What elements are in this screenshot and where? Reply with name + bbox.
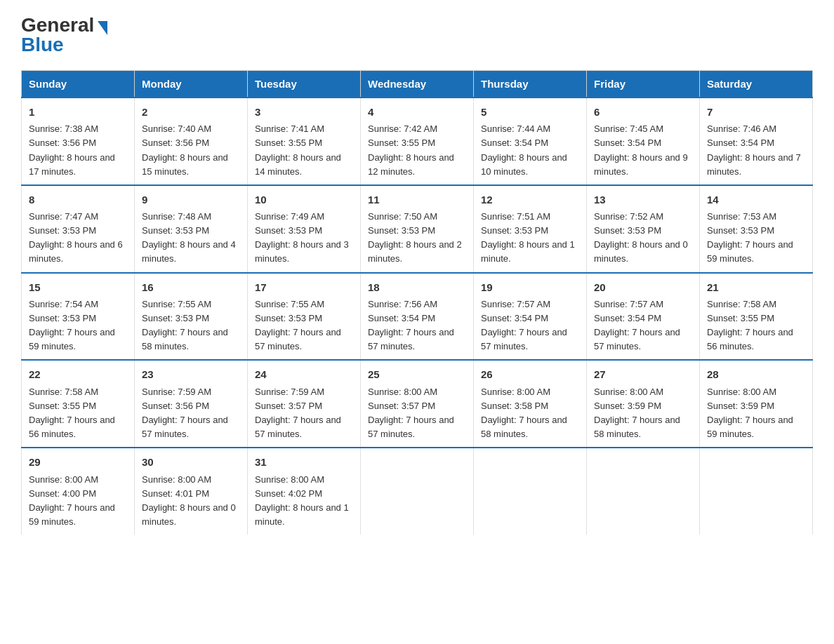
calendar-day-cell: 12Sunrise: 7:51 AMSunset: 3:53 PMDayligh… (474, 185, 587, 273)
weekday-header-row: SundayMondayTuesdayWednesdayThursdayFrid… (22, 71, 813, 98)
calendar-day-cell: 18Sunrise: 7:56 AMSunset: 3:54 PMDayligh… (361, 273, 474, 361)
day-info: Sunrise: 8:00 AMSunset: 3:59 PMDaylight:… (594, 387, 680, 439)
day-number: 16 (142, 279, 240, 295)
day-info: Sunrise: 7:44 AMSunset: 3:54 PMDaylight:… (481, 123, 567, 176)
day-info: Sunrise: 8:00 AMSunset: 3:58 PMDaylight:… (481, 387, 567, 439)
calendar-day-cell: 29Sunrise: 8:00 AMSunset: 4:00 PMDayligh… (22, 448, 135, 535)
day-number: 28 (707, 366, 805, 382)
day-number: 11 (368, 192, 466, 208)
day-info: Sunrise: 7:59 AMSunset: 3:56 PMDaylight:… (142, 387, 228, 439)
day-number: 5 (481, 104, 579, 120)
day-info: Sunrise: 7:52 AMSunset: 3:53 PMDaylight:… (594, 211, 688, 264)
calendar-day-cell: 6Sunrise: 7:45 AMSunset: 3:54 PMDaylight… (587, 98, 700, 185)
weekday-header-cell: Friday (587, 71, 700, 98)
calendar-day-cell: 24Sunrise: 7:59 AMSunset: 3:57 PMDayligh… (248, 360, 361, 448)
logo-blue-text: Blue (21, 34, 64, 56)
day-number: 19 (481, 279, 579, 295)
day-info: Sunrise: 7:41 AMSunset: 3:55 PMDaylight:… (255, 123, 341, 176)
day-number: 18 (368, 279, 466, 295)
day-info: Sunrise: 7:53 AMSunset: 3:53 PMDaylight:… (707, 211, 793, 264)
day-number: 15 (29, 279, 127, 295)
calendar-day-cell: 9Sunrise: 7:48 AMSunset: 3:53 PMDaylight… (135, 185, 248, 273)
day-number: 10 (255, 192, 353, 208)
day-info: Sunrise: 7:56 AMSunset: 3:54 PMDaylight:… (368, 299, 454, 351)
page-header: General Blue (21, 14, 813, 56)
calendar-day-cell: 20Sunrise: 7:57 AMSunset: 3:54 PMDayligh… (587, 273, 700, 361)
day-number: 29 (29, 454, 127, 470)
calendar-day-cell: 1Sunrise: 7:38 AMSunset: 3:56 PMDaylight… (22, 98, 135, 185)
calendar-day-cell: 16Sunrise: 7:55 AMSunset: 3:53 PMDayligh… (135, 273, 248, 361)
day-info: Sunrise: 7:38 AMSunset: 3:56 PMDaylight:… (29, 123, 115, 176)
calendar-table: SundayMondayTuesdayWednesdayThursdayFrid… (21, 70, 813, 535)
calendar-day-cell: 2Sunrise: 7:40 AMSunset: 3:56 PMDaylight… (135, 98, 248, 185)
day-info: Sunrise: 7:48 AMSunset: 3:53 PMDaylight:… (142, 211, 236, 264)
day-number: 14 (707, 192, 805, 208)
day-number: 31 (255, 454, 353, 470)
calendar-day-cell: 14Sunrise: 7:53 AMSunset: 3:53 PMDayligh… (700, 185, 813, 273)
calendar-week-row: 22Sunrise: 7:58 AMSunset: 3:55 PMDayligh… (22, 360, 813, 448)
calendar-day-cell: 13Sunrise: 7:52 AMSunset: 3:53 PMDayligh… (587, 185, 700, 273)
calendar-day-cell: 7Sunrise: 7:46 AMSunset: 3:54 PMDaylight… (700, 98, 813, 185)
logo-arrow-icon (98, 21, 107, 35)
day-info: Sunrise: 8:00 AMSunset: 4:01 PMDaylight:… (142, 474, 236, 527)
calendar-day-cell: 3Sunrise: 7:41 AMSunset: 3:55 PMDaylight… (248, 98, 361, 185)
day-info: Sunrise: 7:49 AMSunset: 3:53 PMDaylight:… (255, 211, 349, 264)
calendar-day-cell (361, 448, 474, 535)
calendar-body: 1Sunrise: 7:38 AMSunset: 3:56 PMDaylight… (22, 98, 813, 535)
calendar-day-cell: 21Sunrise: 7:58 AMSunset: 3:55 PMDayligh… (700, 273, 813, 361)
day-number: 4 (368, 104, 466, 120)
day-number: 7 (707, 104, 805, 120)
calendar-week-row: 8Sunrise: 7:47 AMSunset: 3:53 PMDaylight… (22, 185, 813, 273)
day-number: 13 (594, 192, 692, 208)
day-number: 20 (594, 279, 692, 295)
day-info: Sunrise: 7:58 AMSunset: 3:55 PMDaylight:… (29, 387, 115, 439)
day-info: Sunrise: 7:57 AMSunset: 3:54 PMDaylight:… (481, 299, 567, 351)
calendar-day-cell: 8Sunrise: 7:47 AMSunset: 3:53 PMDaylight… (22, 185, 135, 273)
day-number: 26 (481, 366, 579, 382)
day-info: Sunrise: 7:45 AMSunset: 3:54 PMDaylight:… (594, 123, 688, 176)
calendar-week-row: 15Sunrise: 7:54 AMSunset: 3:53 PMDayligh… (22, 273, 813, 361)
day-info: Sunrise: 7:42 AMSunset: 3:55 PMDaylight:… (368, 123, 454, 176)
weekday-header-cell: Saturday (700, 71, 813, 98)
day-number: 3 (255, 104, 353, 120)
calendar-day-cell: 17Sunrise: 7:55 AMSunset: 3:53 PMDayligh… (248, 273, 361, 361)
weekday-header-cell: Thursday (474, 71, 587, 98)
calendar-day-cell: 28Sunrise: 8:00 AMSunset: 3:59 PMDayligh… (700, 360, 813, 448)
calendar-day-cell: 5Sunrise: 7:44 AMSunset: 3:54 PMDaylight… (474, 98, 587, 185)
day-number: 22 (29, 366, 127, 382)
day-info: Sunrise: 7:55 AMSunset: 3:53 PMDaylight:… (255, 299, 341, 351)
day-number: 2 (142, 104, 240, 120)
day-number: 12 (481, 192, 579, 208)
day-info: Sunrise: 7:46 AMSunset: 3:54 PMDaylight:… (707, 123, 801, 176)
day-number: 21 (707, 279, 805, 295)
calendar-week-row: 29Sunrise: 8:00 AMSunset: 4:00 PMDayligh… (22, 448, 813, 535)
day-info: Sunrise: 7:51 AMSunset: 3:53 PMDaylight:… (481, 211, 575, 264)
day-info: Sunrise: 7:57 AMSunset: 3:54 PMDaylight:… (594, 299, 680, 351)
weekday-header-cell: Sunday (22, 71, 135, 98)
calendar-day-cell: 23Sunrise: 7:59 AMSunset: 3:56 PMDayligh… (135, 360, 248, 448)
day-info: Sunrise: 7:58 AMSunset: 3:55 PMDaylight:… (707, 299, 793, 351)
day-info: Sunrise: 7:59 AMSunset: 3:57 PMDaylight:… (255, 387, 341, 439)
day-number: 17 (255, 279, 353, 295)
calendar-day-cell: 27Sunrise: 8:00 AMSunset: 3:59 PMDayligh… (587, 360, 700, 448)
day-info: Sunrise: 8:00 AMSunset: 3:57 PMDaylight:… (368, 387, 454, 439)
day-number: 9 (142, 192, 240, 208)
logo: General Blue (21, 14, 107, 56)
calendar-day-cell: 31Sunrise: 8:00 AMSunset: 4:02 PMDayligh… (248, 448, 361, 535)
weekday-header-cell: Wednesday (361, 71, 474, 98)
day-number: 25 (368, 366, 466, 382)
calendar-day-cell: 30Sunrise: 8:00 AMSunset: 4:01 PMDayligh… (135, 448, 248, 535)
calendar-day-cell: 22Sunrise: 7:58 AMSunset: 3:55 PMDayligh… (22, 360, 135, 448)
day-info: Sunrise: 8:00 AMSunset: 4:02 PMDaylight:… (255, 474, 349, 527)
calendar-day-cell: 15Sunrise: 7:54 AMSunset: 3:53 PMDayligh… (22, 273, 135, 361)
calendar-day-cell (587, 448, 700, 535)
day-number: 30 (142, 454, 240, 470)
day-number: 23 (142, 366, 240, 382)
calendar-day-cell: 4Sunrise: 7:42 AMSunset: 3:55 PMDaylight… (361, 98, 474, 185)
day-info: Sunrise: 7:50 AMSunset: 3:53 PMDaylight:… (368, 211, 462, 264)
day-info: Sunrise: 8:00 AMSunset: 3:59 PMDaylight:… (707, 387, 793, 439)
calendar-day-cell: 25Sunrise: 8:00 AMSunset: 3:57 PMDayligh… (361, 360, 474, 448)
calendar-day-cell (700, 448, 813, 535)
calendar-day-cell (474, 448, 587, 535)
day-info: Sunrise: 7:55 AMSunset: 3:53 PMDaylight:… (142, 299, 228, 351)
